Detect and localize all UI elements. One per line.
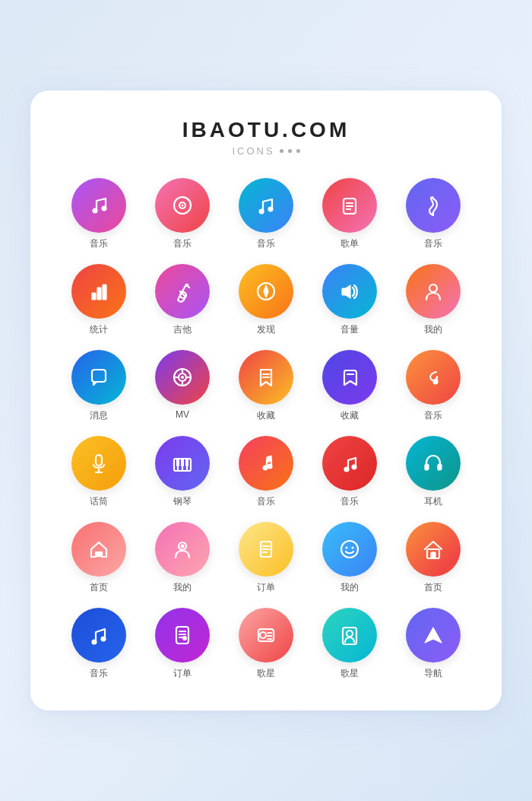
svg-point-73 (184, 638, 185, 640)
svg-rect-44 (185, 459, 188, 466)
svg-point-65 (92, 640, 97, 644)
icon-label: 订单 (173, 667, 192, 680)
icon-label: 音乐 (340, 495, 359, 508)
icon-circle-bookmark2 (322, 350, 377, 405)
icon-item[interactable]: 消息 (61, 350, 137, 422)
icon-label: 音乐 (257, 495, 275, 508)
icon-label: 音乐 (424, 237, 442, 250)
icon-label: 吉他 (173, 323, 192, 336)
icon-circle-contact (322, 608, 377, 663)
svg-point-6 (268, 207, 273, 211)
main-card: IBAOTU.COM ICONS 音乐音乐音乐歌单音乐统计吉他发现音量我的消息M… (30, 91, 502, 710)
icon-item[interactable]: 音乐 (61, 178, 137, 250)
icon-circle-user2 (155, 522, 210, 577)
icon-item[interactable]: 音乐 (61, 608, 137, 680)
icon-item[interactable]: 我的 (395, 264, 471, 336)
icon-item[interactable]: 订单 (228, 522, 304, 594)
svg-point-55 (181, 545, 185, 548)
svg-rect-12 (92, 293, 96, 300)
icon-item[interactable]: 导航 (395, 608, 471, 680)
icon-label: 音量 (340, 323, 359, 336)
icon-circle-user (406, 264, 461, 319)
icon-item[interactable]: 耳机 (395, 436, 471, 508)
icon-item[interactable]: 收藏 (228, 350, 304, 422)
svg-point-50 (352, 465, 356, 469)
icon-item[interactable]: 钢琴 (144, 436, 220, 508)
svg-rect-53 (97, 552, 101, 557)
svg-rect-43 (181, 459, 184, 466)
icon-circle-music-note2 (239, 178, 293, 233)
icon-circle-film (155, 350, 210, 405)
icon-circle-order (239, 522, 293, 577)
svg-rect-51 (425, 464, 429, 470)
icon-item[interactable]: 吉他 (144, 264, 220, 336)
icon-circle-treble (406, 178, 461, 233)
icon-item[interactable]: 首页 (61, 522, 137, 594)
icon-circle-bookmark (239, 350, 293, 405)
icon-label: 音乐 (424, 409, 442, 422)
icon-label: 收藏 (257, 409, 275, 422)
icon-item[interactable]: 歌星 (228, 608, 304, 680)
icon-circle-vinyl (155, 178, 210, 233)
icon-label: 歌单 (340, 237, 359, 250)
svg-point-20 (264, 290, 268, 293)
icon-label: 统计 (90, 323, 108, 336)
icon-label: 音乐 (173, 237, 192, 250)
icon-item[interactable]: 话筒 (61, 436, 137, 508)
card-header: IBAOTU.COM ICONS (61, 118, 471, 157)
svg-line-17 (186, 284, 188, 286)
icon-item[interactable]: 音乐 (312, 436, 388, 508)
icon-item[interactable]: 音乐 (395, 178, 471, 250)
svg-rect-14 (103, 284, 106, 300)
card-subtitle: ICONS (61, 145, 471, 157)
icon-item[interactable]: 音乐 (228, 436, 304, 508)
icon-label: 歌星 (340, 667, 359, 680)
icon-circle-smiley (322, 522, 377, 577)
icon-item[interactable]: 统计 (61, 264, 137, 336)
icon-circle-music-note (71, 178, 126, 233)
icon-label: 收藏 (340, 409, 359, 422)
icon-item[interactable]: 歌单 (312, 178, 388, 250)
icon-circle-chart (71, 264, 126, 319)
icon-label: 歌星 (257, 667, 275, 680)
svg-point-47 (263, 466, 268, 470)
svg-rect-42 (176, 459, 179, 466)
icon-item[interactable]: 音乐 (144, 178, 220, 250)
dot3 (296, 149, 300, 153)
icon-label: 首页 (90, 581, 108, 594)
icon-item[interactable]: 首页 (395, 522, 471, 594)
svg-point-23 (429, 284, 437, 292)
icon-item[interactable]: 音乐 (228, 178, 304, 250)
icon-label: 订单 (257, 581, 275, 594)
site-title: IBAOTU.COM (61, 118, 471, 142)
icon-item[interactable]: 收藏 (312, 350, 388, 422)
icon-item[interactable]: 订单 (144, 608, 220, 680)
icon-item[interactable]: 音量 (312, 264, 388, 336)
icon-item[interactable]: MV (144, 350, 220, 422)
icon-item[interactable]: 歌星 (312, 608, 388, 680)
icon-label: 发现 (257, 323, 275, 336)
svg-point-75 (260, 632, 266, 638)
icon-circle-music-note3 (406, 350, 461, 405)
svg-point-60 (341, 541, 358, 558)
icon-label: 消息 (90, 409, 108, 422)
icon-label: 音乐 (257, 237, 275, 250)
icon-item[interactable]: 音乐 (395, 350, 471, 422)
icon-circle-mic (71, 436, 126, 491)
icon-item[interactable]: 我的 (312, 522, 388, 594)
svg-rect-13 (97, 288, 101, 300)
icon-item[interactable]: 发现 (228, 264, 304, 336)
icon-circle-piano (155, 436, 210, 491)
icon-label: 耳机 (424, 495, 442, 508)
svg-point-1 (102, 206, 106, 211)
icon-label: 我的 (424, 323, 442, 336)
icon-circle-playlist (322, 178, 377, 233)
icon-label: 我的 (340, 581, 359, 594)
svg-point-34 (433, 380, 438, 384)
svg-point-61 (346, 547, 348, 549)
icon-circle-compass (239, 264, 293, 319)
icon-circle-music-note5 (322, 436, 377, 491)
icon-label: 音乐 (90, 237, 108, 250)
icon-label: 音乐 (90, 667, 108, 680)
icon-item[interactable]: 我的 (144, 522, 220, 594)
